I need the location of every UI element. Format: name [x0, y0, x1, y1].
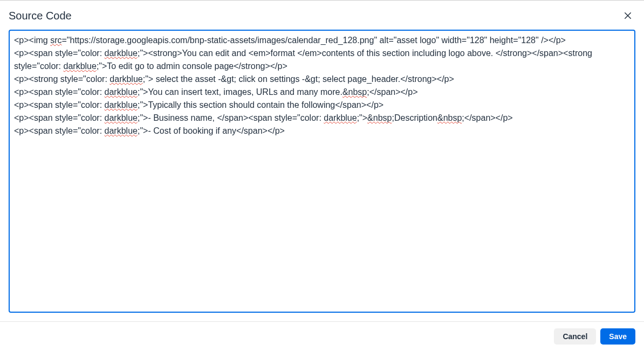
dialog-header: Source Code — [0, 1, 644, 30]
dialog-title: Source Code — [9, 10, 72, 22]
cancel-button[interactable]: Cancel — [554, 328, 596, 345]
source-code-textarea[interactable]: <p><img src="https://storage.googleapis.… — [9, 30, 635, 313]
dialog-body: <p><img src="https://storage.googleapis.… — [0, 30, 644, 321]
dialog-footer: Cancel Save — [0, 321, 644, 351]
close-button[interactable] — [620, 8, 635, 23]
save-button[interactable]: Save — [600, 328, 635, 345]
close-icon — [623, 11, 633, 20]
source-code-dialog: Source Code <p><img src="https://storage… — [0, 0, 644, 351]
